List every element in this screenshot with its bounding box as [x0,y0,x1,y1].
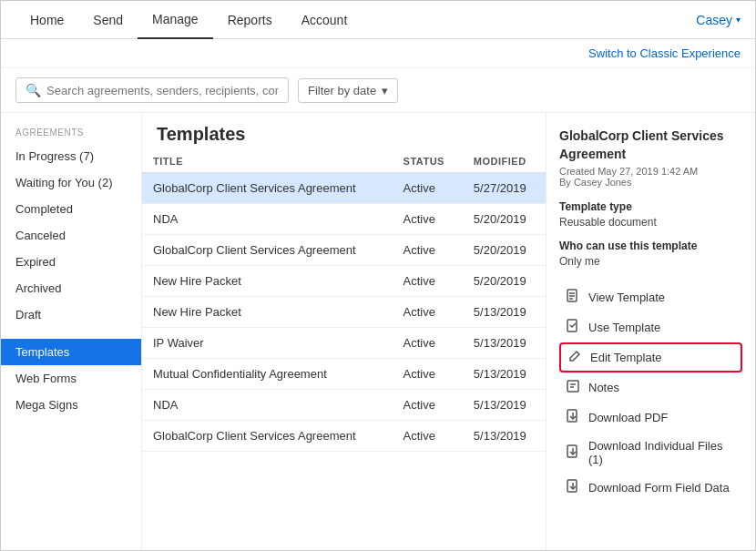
templates-table-wrap: TITLE STATUS MODIFIED GlobalCorp Client … [142,150,546,551]
table-row[interactable]: New Hire Packet Active 5/20/2019 [142,266,546,297]
sidebar-item-templates[interactable]: Templates [1,339,141,365]
panel-action-download-individual-files-1[interactable]: Download Individual Files (1) [559,433,742,473]
filter-date-label: Filter by date [308,84,376,97]
chevron-down-icon: ▾ [382,84,388,97]
templates-table: TITLE STATUS MODIFIED GlobalCorp Client … [142,150,546,452]
panel-action-view-template[interactable]: View Template [559,282,742,312]
cell-modified: 5/13/2019 [463,359,546,390]
action-icon [565,479,581,496]
detail-panel: GlobalCorp Client Services Agreement Cre… [546,113,755,551]
table-row[interactable]: GlobalCorp Client Services Agreement Act… [142,235,546,266]
cell-modified: 5/20/2019 [463,204,546,235]
top-navigation: Home Send Manage Reports Account Casey ▾ [1,1,755,39]
panel-actions: View Template Use Template Edit Template… [559,282,742,503]
panel-action-edit-template[interactable]: Edit Template [559,342,742,372]
table-row[interactable]: New Hire Packet Active 5/13/2019 [142,297,546,328]
nav-items: Home Send Manage Reports Account [15,1,696,39]
content-area: Templates TITLE STATUS MODIFIED GlobalCo… [142,113,546,551]
sidebar-item-canceled[interactable]: Canceled [1,222,141,249]
cell-status: Active [393,266,463,297]
nav-manage[interactable]: Manage [138,1,213,39]
table-row[interactable]: GlobalCorp Client Services Agreement Act… [142,421,546,452]
cell-title: GlobalCorp Client Services Agreement [142,173,393,204]
agreements-label: AGREEMENTS [1,128,141,143]
nav-account[interactable]: Account [287,2,363,38]
page-title: Templates [142,113,546,150]
template-type-label: Template type [559,200,742,213]
action-label: Use Template [588,321,660,334]
cell-modified: 5/13/2019 [463,297,546,328]
cell-modified: 5/13/2019 [463,390,546,421]
sidebar-item-draft[interactable]: Draft [1,301,141,328]
cell-modified: 5/13/2019 [463,328,546,359]
action-label: Download PDF [588,411,668,424]
svg-rect-5 [567,381,578,392]
cell-modified: 5/20/2019 [463,266,546,297]
sidebar-item-waiting-for-you[interactable]: Waiting for You (2) [1,169,141,196]
cell-status: Active [393,297,463,328]
sidebar-item-mega-signs[interactable]: Mega Signs [1,392,141,418]
sidebar-item-completed[interactable]: Completed [1,196,141,222]
sidebar-item-expired[interactable]: Expired [1,249,141,275]
panel-action-download-form-field-data[interactable]: Download Form Field Data [559,473,742,503]
nav-home[interactable]: Home [15,2,78,38]
action-icon [565,379,581,396]
cell-title: NDA [142,390,393,421]
classic-experience-link[interactable]: Switch to Classic Experience [1,39,755,68]
cell-modified: 5/27/2019 [463,173,546,204]
panel-action-use-template[interactable]: Use Template [559,312,742,342]
table-row[interactable]: NDA Active 5/20/2019 [142,204,546,235]
cell-status: Active [393,328,463,359]
table-row[interactable]: GlobalCorp Client Services Agreement Act… [142,173,546,204]
cell-title: IP Waiver [142,328,393,359]
action-label: Edit Template [590,351,662,364]
user-menu[interactable]: Casey ▾ [696,13,741,27]
cell-modified: 5/13/2019 [463,421,546,452]
col-status: STATUS [393,150,463,173]
search-bar: 🔍 Filter by date ▾ [1,68,755,113]
table-row[interactable]: Mutual Confidentiality Agreement Active … [142,359,546,390]
cell-title: New Hire Packet [142,266,393,297]
cell-title: GlobalCorp Client Services Agreement [142,235,393,266]
sidebar-item-archived[interactable]: Archived [1,275,141,301]
cell-title: New Hire Packet [142,297,393,328]
table-row[interactable]: IP Waiver Active 5/13/2019 [142,328,546,359]
nav-reports[interactable]: Reports [213,2,287,38]
panel-action-download-pdf[interactable]: Download PDF [559,403,742,433]
col-modified: MODIFIED [463,150,546,173]
action-label: Notes [588,381,619,394]
cell-status: Active [393,173,463,204]
sidebar-item-web-forms[interactable]: Web Forms [1,365,141,392]
sidebar: AGREEMENTS In Progress (7) Waiting for Y… [1,113,142,551]
table-row[interactable]: NDA Active 5/13/2019 [142,390,546,421]
action-label: View Template [588,291,665,304]
chevron-down-icon: ▾ [736,15,741,25]
panel-action-notes[interactable]: Notes [559,372,742,403]
panel-created: Created May 27, 2019 1:42 AM By Casey Jo… [559,166,742,188]
sidebar-item-in-progress[interactable]: In Progress (7) [1,143,141,169]
who-can-use-value: Only me [559,255,742,268]
search-input[interactable] [46,84,279,97]
cell-status: Active [393,421,463,452]
cell-status: Active [393,204,463,235]
action-icon [565,444,581,462]
nav-send[interactable]: Send [78,2,138,38]
cell-modified: 5/20/2019 [463,235,546,266]
col-title: TITLE [142,150,393,173]
action-icon [567,349,583,366]
svg-rect-4 [567,320,577,332]
panel-title: GlobalCorp Client Services Agreement [559,128,742,163]
who-can-use-label: Who can use this template [559,240,742,252]
action-label: Download Individual Files (1) [588,439,737,466]
cell-status: Active [393,235,463,266]
action-icon [565,289,581,306]
cell-title: Mutual Confidentiality Agreement [142,359,393,390]
filter-date-button[interactable]: Filter by date ▾ [298,78,398,103]
search-input-wrap[interactable]: 🔍 [15,77,289,103]
cell-status: Active [393,390,463,421]
action-label: Download Form Field Data [588,481,730,495]
cell-title: GlobalCorp Client Services Agreement [142,421,393,452]
cell-title: NDA [142,204,393,235]
user-name: Casey [696,13,732,27]
action-icon [565,409,581,426]
